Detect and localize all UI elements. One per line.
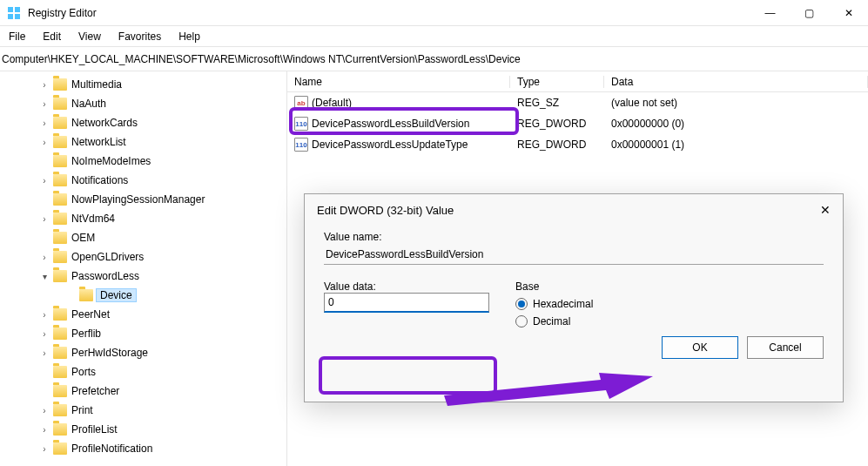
menu-file[interactable]: File — [3, 29, 30, 44]
value-type: REG_DWORD — [510, 118, 604, 130]
chevron-icon[interactable]: › — [38, 425, 50, 435]
menu-help[interactable]: Help — [173, 29, 205, 44]
tree-label: PeerNet — [70, 308, 111, 321]
chevron-icon[interactable]: › — [38, 176, 50, 186]
value-data-input[interactable] — [324, 293, 489, 313]
chevron-icon[interactable]: › — [38, 80, 50, 90]
tree-item-networklist[interactable]: ›NetworkList — [9, 132, 286, 152]
value-name: DevicePasswordLessUpdateType — [312, 138, 468, 151]
menu-edit[interactable]: Edit — [37, 29, 66, 44]
tree-label: NtVdm64 — [70, 213, 117, 225]
folder-icon — [53, 136, 67, 148]
folder-icon — [53, 308, 67, 321]
tree-label: Multimedia — [70, 78, 124, 91]
col-header-type[interactable]: Type — [510, 76, 604, 88]
value-binary-icon: 110 — [294, 138, 308, 152]
tree-item-perflib[interactable]: ›Perflib — [9, 324, 286, 343]
maximize-button[interactable]: ▢ — [790, 0, 829, 26]
svg-rect-0 — [8, 7, 13, 12]
tree-item-prefetcher[interactable]: ›Prefetcher — [9, 382, 286, 401]
value-row[interactable]: 110DevicePasswordLessUpdateTypeREG_DWORD… — [287, 134, 868, 155]
close-button[interactable]: ✕ — [829, 0, 868, 26]
tree-item-multimedia[interactable]: ›Multimedia — [9, 75, 286, 94]
dialog-close-button[interactable]: ✕ — [820, 203, 831, 217]
svg-rect-1 — [15, 7, 20, 12]
tree-item-nowplayingsessionmanager[interactable]: ›NowPlayingSessionManager — [9, 190, 286, 209]
cancel-button[interactable]: Cancel — [747, 336, 824, 359]
radio-hexadecimal[interactable]: Hexadecimal — [515, 298, 824, 310]
dialog-title: Edit DWORD (32-bit) Value — [317, 204, 454, 217]
chevron-icon[interactable]: › — [38, 253, 50, 262]
chevron-icon[interactable]: › — [38, 444, 50, 454]
chevron-icon[interactable]: › — [38, 118, 50, 128]
tree-label: ProfileNotification — [70, 442, 154, 455]
value-type: REG_DWORD — [510, 138, 604, 151]
folder-icon — [53, 155, 67, 167]
folder-icon — [53, 328, 67, 340]
radio-dot-icon — [515, 298, 528, 310]
tree-item-noimemodeimes[interactable]: ›NoImeModeImes — [9, 152, 286, 171]
tree-label: NaAuth — [70, 98, 108, 110]
annotation-highlight-valuedata — [319, 356, 497, 395]
folder-icon — [53, 423, 67, 436]
base-label: Base — [515, 280, 824, 293]
tree-item-ntvdm64[interactable]: ›NtVdm64 — [9, 209, 286, 228]
menu-view[interactable]: View — [73, 29, 106, 44]
tree-item-notifications[interactable]: ›Notifications — [9, 171, 286, 190]
tree-item-ports[interactable]: ›Ports — [9, 362, 286, 382]
radio-decimal[interactable]: Decimal — [515, 315, 824, 328]
tree-label: NoImeModeImes — [70, 155, 152, 167]
tree-label: Ports — [70, 366, 98, 378]
chevron-icon[interactable]: › — [38, 329, 50, 339]
regedit-icon — [7, 6, 21, 20]
folder-icon — [53, 98, 67, 110]
value-data: 0x00000000 (0) — [604, 118, 868, 130]
chevron-icon[interactable]: ▾ — [38, 272, 50, 281]
chevron-icon[interactable]: › — [38, 310, 50, 320]
tree-item-peernet[interactable]: ›PeerNet — [9, 305, 286, 324]
value-data-label: Value data: — [324, 280, 489, 293]
tree-label: Notifications — [70, 174, 130, 186]
value-type: REG_SZ — [510, 97, 604, 109]
chevron-icon[interactable]: › — [38, 138, 50, 147]
tree-item-naauth[interactable]: ›NaAuth — [9, 94, 286, 113]
value-data: 0x00000001 (1) — [604, 138, 868, 151]
chevron-icon[interactable]: › — [38, 99, 50, 109]
tree-item-print[interactable]: ›Print — [9, 401, 286, 420]
menu-bar: FileEditViewFavoritesHelp — [0, 26, 868, 47]
tree-item-profilenotification[interactable]: ›ProfileNotification — [9, 439, 286, 458]
edit-dword-dialog: Edit DWORD (32-bit) Value ✕ Value name: … — [304, 193, 844, 402]
col-header-name[interactable]: Name — [287, 76, 510, 88]
folder-icon — [53, 404, 67, 416]
tree-label: Perflib — [70, 328, 103, 340]
window-title: Registry Editor — [28, 7, 750, 19]
folder-icon — [53, 174, 67, 186]
tree-item-passwordless[interactable]: ▾PasswordLess — [9, 267, 286, 286]
minimize-button[interactable]: — — [750, 0, 790, 26]
tree-label: ProfileList — [70, 423, 119, 436]
tree-item-perhwidstorage[interactable]: ›PerHwIdStorage — [9, 343, 286, 362]
folder-icon — [53, 213, 67, 225]
value-name-field: DevicePasswordLessBuildVersion — [324, 245, 824, 265]
folder-icon — [53, 270, 67, 282]
folder-icon — [53, 385, 67, 397]
tree-label: OEM — [70, 232, 97, 244]
tree-item-profilelist[interactable]: ›ProfileList — [9, 420, 286, 439]
menu-favorites[interactable]: Favorites — [113, 29, 166, 44]
annotation-highlight-value — [289, 107, 519, 135]
col-header-data[interactable]: Data — [604, 76, 868, 88]
svg-rect-3 — [15, 14, 20, 19]
tree-item-networkcards[interactable]: ›NetworkCards — [9, 113, 286, 132]
tree-item-oem[interactable]: ›OEM — [9, 228, 286, 247]
tree-item-opengldrivers[interactable]: ›OpenGLDrivers — [9, 247, 286, 267]
chevron-icon[interactable]: › — [38, 214, 50, 224]
tree-label: Device — [96, 288, 137, 302]
tree-label: PasswordLess — [70, 270, 141, 282]
tree-item-device[interactable]: ›Device — [9, 286, 286, 305]
folder-icon — [53, 232, 67, 244]
ok-button[interactable]: OK — [662, 336, 738, 359]
address-path[interactable]: Computer\HKEY_LOCAL_MACHINE\SOFTWARE\Mic… — [2, 53, 866, 65]
chevron-icon[interactable]: › — [38, 406, 50, 415]
chevron-icon[interactable]: › — [38, 348, 50, 358]
folder-icon — [79, 289, 93, 301]
